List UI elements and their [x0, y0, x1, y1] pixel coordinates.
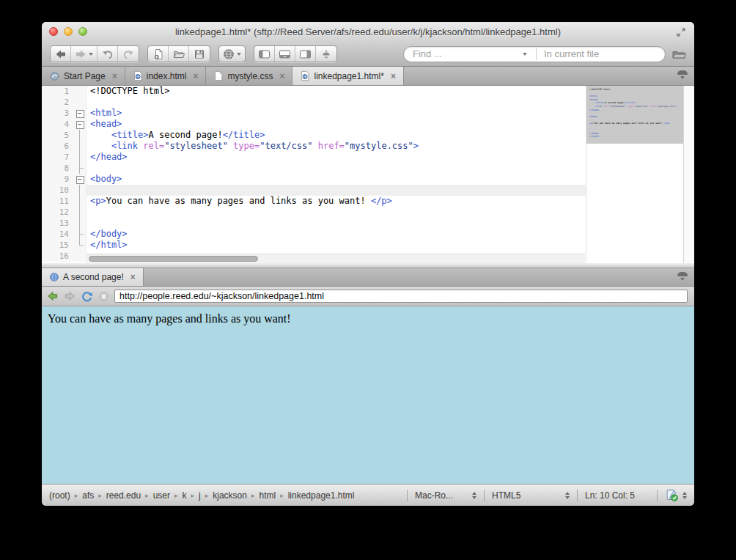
code-line[interactable]: 1<!DOCTYPE html> [42, 86, 586, 97]
open-folder-icon [173, 48, 185, 60]
toggle-bottom-pane-button[interactable] [275, 46, 295, 62]
code-text[interactable]: <title>A second page!</title> [87, 130, 586, 141]
forward-icon [75, 48, 87, 60]
tab-index-html[interactable]: index.html × [125, 67, 207, 85]
browser-back-button[interactable] [47, 290, 59, 302]
pane-splitter[interactable] [42, 263, 694, 268]
fold-marker[interactable] [74, 119, 87, 130]
breadcrumb-item[interactable]: linkedpage1.html [288, 490, 355, 501]
code-text[interactable]: </body> [87, 229, 586, 240]
breadcrumb-item[interactable]: html [259, 490, 276, 501]
fullscreen-icon[interactable] [675, 26, 687, 38]
code-text[interactable]: <head> [87, 119, 586, 130]
undo-button[interactable] [97, 46, 118, 62]
code-text[interactable] [87, 163, 586, 174]
breadcrumb-item[interactable]: afs [82, 490, 94, 501]
preview-tab-overflow-button[interactable] [677, 272, 688, 281]
code-line[interactable]: 6 <link rel="stylesheet" type="text/css"… [42, 141, 586, 152]
breadcrumb-item[interactable]: kjackson [213, 490, 247, 501]
minimize-window-button[interactable] [64, 27, 73, 36]
open-file-button[interactable] [169, 46, 189, 62]
fold-marker [74, 229, 87, 240]
code-line[interactable]: 11<p>You can have as many pages and link… [42, 196, 586, 207]
code-line[interactable]: 8 [42, 163, 586, 174]
code-text[interactable] [87, 218, 586, 229]
tab-mystyle-css[interactable]: mystyle.css × [206, 67, 292, 85]
code-line[interactable]: 10 [42, 185, 586, 196]
encoding-selector[interactable]: Mac-Ro... [415, 490, 476, 501]
scrollbar-thumb[interactable] [89, 256, 258, 262]
tab-close-icon[interactable]: × [391, 72, 396, 81]
minimap[interactable]: <!DOCTYPE html> <html><head> <title>A se… [586, 86, 683, 263]
breadcrumb-item[interactable]: reed.edu [106, 490, 141, 501]
code-line[interactable]: 15</html> [42, 240, 586, 251]
code-text[interactable] [87, 207, 586, 218]
find-combobox[interactable]: In current file [403, 46, 666, 62]
code-text[interactable]: <!DOCTYPE html> [87, 86, 586, 97]
new-file-button[interactable] [148, 46, 169, 62]
code-text[interactable]: <html> [87, 108, 586, 119]
editor-pane[interactable]: 1<!DOCTYPE html>23<html>4<head>5 <title>… [42, 86, 694, 263]
forward-button[interactable] [71, 46, 97, 62]
code-text[interactable]: <p>You can have as many pages and links … [87, 196, 586, 207]
code-line[interactable]: 9<body> [42, 174, 586, 185]
minimap-viewport[interactable]: <!DOCTYPE html> <html><head> <title>A se… [586, 86, 683, 144]
tab-close-icon[interactable]: × [112, 72, 117, 81]
stepper-icon[interactable] [472, 492, 476, 499]
breadcrumb-item[interactable]: user [153, 490, 170, 501]
preview-navbar [42, 287, 694, 306]
editor-horizontal-scrollbar[interactable] [87, 254, 585, 263]
breadcrumb-item[interactable]: (root) [49, 490, 70, 501]
url-input[interactable] [114, 290, 688, 303]
zoom-window-button[interactable] [78, 27, 87, 36]
editor-tab-overflow-button[interactable] [677, 70, 688, 79]
back-button[interactable] [51, 46, 71, 62]
browser-reload-button[interactable] [81, 290, 93, 303]
toggle-right-pane-button[interactable] [295, 46, 316, 62]
find-input[interactable] [413, 48, 523, 59]
browser-forward-button[interactable] [64, 290, 76, 302]
tab-preview[interactable]: A second page! × [42, 268, 144, 286]
code-text[interactable]: </head> [87, 152, 586, 163]
tab-close-icon[interactable]: × [279, 72, 284, 81]
redo-button[interactable] [118, 46, 139, 62]
tab-linkedpage1-html[interactable]: linkedpage1.html* × [292, 67, 403, 85]
tab-close-icon[interactable]: × [130, 273, 136, 281]
fold-marker[interactable] [74, 108, 87, 119]
close-window-button[interactable] [49, 27, 58, 36]
code-line[interactable]: 4<head> [42, 119, 586, 130]
titlebar[interactable]: linkedpage1.html* (sftp://Reed Server/af… [42, 22, 694, 42]
fold-marker[interactable] [74, 174, 87, 185]
find-places-folder-icon[interactable] [671, 48, 686, 60]
toggle-notifications-button[interactable] [316, 46, 336, 62]
code-line[interactable]: 3<html> [42, 108, 586, 119]
toggle-left-pane-button[interactable] [254, 46, 275, 62]
code-line[interactable]: 2 [42, 97, 586, 108]
breadcrumb-item[interactable]: k [183, 490, 187, 501]
code-line[interactable]: 14</body> [42, 229, 586, 240]
code-line[interactable]: 7</head> [42, 152, 586, 163]
tab-start-page[interactable]: Start Page × [42, 67, 125, 85]
history-button-group [50, 45, 139, 62]
tab-close-icon[interactable]: × [193, 72, 198, 81]
code-text[interactable] [87, 97, 586, 108]
code-text[interactable] [87, 185, 586, 196]
breadcrumb-separator-icon: ▸ [174, 492, 178, 499]
stepper-icon[interactable] [682, 492, 687, 499]
stepper-icon[interactable] [565, 492, 570, 499]
preview-in-browser-button[interactable] [219, 46, 245, 62]
editor-vertical-scrollbar[interactable] [683, 86, 694, 263]
code-lines[interactable]: 1<!DOCTYPE html>23<html>4<head>5 <title>… [42, 86, 586, 263]
save-file-button[interactable] [189, 46, 210, 62]
code-text[interactable]: <link rel="stylesheet" type="text/css" h… [87, 141, 586, 152]
code-line[interactable]: 12 [42, 207, 586, 218]
breadcrumb-item[interactable]: j [199, 490, 201, 501]
right-pane-icon [299, 48, 312, 60]
syntax-check-icon[interactable] [665, 489, 679, 501]
code-line[interactable]: 5 <title>A second page!</title> [42, 130, 586, 141]
code-text[interactable]: </html> [87, 240, 586, 251]
code-text[interactable]: <body> [87, 174, 586, 185]
browser-stop-button[interactable] [98, 291, 109, 302]
code-line[interactable]: 13 [42, 218, 586, 229]
language-selector[interactable]: HTML5 [492, 490, 570, 501]
